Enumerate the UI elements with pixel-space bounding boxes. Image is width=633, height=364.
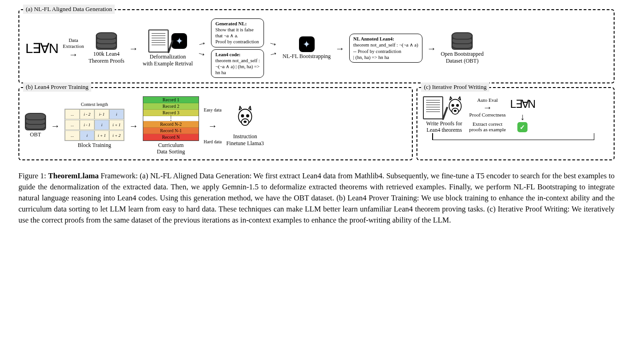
- arrow-icon: →: [196, 37, 207, 48]
- auto-eval-bottom-label: Proof Correctness: [469, 112, 506, 117]
- nl-annot-line2: -- Proof by contradiction: [353, 49, 401, 54]
- obt-label: OBT: [30, 131, 41, 138]
- svg-point-9: [452, 105, 454, 106]
- fork-arrows: → →: [197, 39, 206, 58]
- arrow-down-icon: ↓: [520, 112, 525, 121]
- svg-point-4: [242, 115, 243, 116]
- block-training: Context length ... i - 2 i- 1 i ... i - …: [64, 102, 124, 148]
- curriculum-block: Record 1 Record 2 Record 3 ⋮ Record N-2 …: [143, 96, 199, 155]
- panel-b: (b) Lean4 Prover Training OBT → Context …: [18, 87, 413, 160]
- easy-data-label: Easy data: [204, 107, 222, 112]
- generated-nl-line1: Show that it is false: [215, 27, 253, 32]
- arrow-icon: →: [268, 37, 279, 48]
- record-dots: ⋮: [143, 116, 199, 121]
- deformalization-block: ✦ Deformalization with Example Retrival: [143, 29, 193, 67]
- svg-point-5: [248, 115, 249, 116]
- grid-cell: i- 1: [94, 109, 109, 119]
- nl-annotated-lean4-box: NL Annoted Lean4: theorem not_and_self :…: [349, 34, 422, 63]
- arrow-icon: →: [129, 44, 138, 53]
- arrow-data-extraction: Data Extraction →: [63, 37, 84, 59]
- lean4-code-box: Lean4 code: theorem not_and_self : ¬(¬a …: [211, 49, 264, 78]
- db-100k-label: 100k Lean4 Theorem Proofs: [88, 51, 124, 64]
- lean-logo-block: L∃∀N: [25, 40, 58, 57]
- grid-cell: i: [80, 130, 94, 141]
- database-icon: [96, 32, 117, 50]
- nl-and-lean-boxes: Generated NL: Show that it is false that…: [211, 18, 264, 78]
- arrow-icon: →: [51, 121, 60, 130]
- panel-c-label: (c) Iterative Proof Writing: [421, 82, 489, 92]
- grid-cell: i + 1: [94, 130, 109, 141]
- arrow-icon: →: [268, 47, 279, 59]
- context-length-label: Context length: [81, 102, 108, 107]
- arrow-icon: →: [69, 50, 78, 59]
- record-item: Record 1: [143, 97, 199, 103]
- figure: (a) NL-FL Aligned Data Generation L∃∀N D…: [18, 9, 615, 226]
- panel-c: (c) Iterative Proof Writing: [416, 87, 615, 160]
- svg-point-6: [244, 121, 246, 123]
- database-icon: [25, 113, 46, 130]
- loop-arrow: [432, 135, 594, 140]
- merge-arrows: → →: [269, 39, 278, 58]
- record-item: Record N-2: [143, 121, 199, 128]
- easy-hard-labels: Easy data → Hard data: [204, 107, 222, 144]
- gemini-icon: ✦: [171, 33, 187, 49]
- bootstrap-label: NL-FL Bootstrapping: [282, 53, 331, 59]
- arrow-icon: →: [129, 121, 138, 130]
- nl-annot-title: NL Annoted Lean4:: [353, 36, 394, 41]
- grid-cell: i + 1: [109, 120, 124, 130]
- document-icon: [423, 96, 443, 119]
- panel-b-label: (b) Lean4 Prover Training: [23, 82, 91, 92]
- arrow-icon: →: [335, 44, 345, 53]
- write-proofs-block: Write Proofs for Lean4 theorems: [423, 96, 465, 134]
- arrow-icon: →: [483, 103, 492, 112]
- grid-cell: i - 1: [80, 120, 94, 130]
- caption-body: Framework: (a) NL-FL Aligned Data Genera…: [18, 171, 615, 224]
- figure-number: Figure 1:: [18, 171, 46, 180]
- grid-cell: ...: [65, 130, 80, 141]
- extract-label: Extract correct proofs as example: [469, 121, 506, 132]
- instr-finetune-label: Instruction Finetune Llama3: [226, 133, 264, 147]
- llama-block: Instruction Finetune Llama3: [226, 105, 264, 147]
- auto-eval-arrow: Auto Eval → Proof Correctness Extract co…: [469, 97, 506, 132]
- curriculum-label: Curriculum Data Sorting: [157, 142, 185, 155]
- caption-bold: TheoremLlama: [48, 171, 99, 180]
- record-item: Record N: [143, 134, 199, 141]
- svg-point-11: [454, 110, 456, 112]
- record-item: Record N-1: [143, 128, 199, 134]
- arrow-icon: →: [427, 44, 436, 53]
- arrow-label-extraction: Data Extraction: [63, 37, 84, 48]
- grid-cell: i: [94, 120, 109, 130]
- lean-logo: L∃∀N: [510, 97, 535, 111]
- panel-a: (a) NL-FL Aligned Data Generation L∃∀N D…: [18, 9, 615, 83]
- deformalization-label: Deformalization with Example Retrival: [143, 53, 193, 67]
- llama-icon: [232, 105, 258, 132]
- record-list: Record 1 Record 2 Record 3 ⋮ Record N-2 …: [143, 96, 199, 141]
- svg-point-10: [457, 105, 458, 106]
- nl-annot-line3: | (hn, ha) => hn ha: [353, 55, 389, 60]
- lean4-code-line1: theorem not_and_self :: [215, 58, 260, 63]
- grid-cell: ...: [65, 109, 80, 119]
- grid-cell: i + 2: [109, 130, 124, 141]
- obt-db-block: OBT: [25, 113, 46, 138]
- generated-nl-line2: that ¬a ∧ a.: [215, 33, 238, 38]
- lean-logo: L∃∀N: [25, 40, 58, 57]
- block-grid: ... i - 2 i- 1 i ... i - 1 i i + 1 .: [64, 109, 124, 141]
- generated-nl-line3: Proof by contradiction: [215, 39, 258, 44]
- nl-fl-bootstrap-block: ✦ NL-FL Bootstrapping: [282, 36, 331, 59]
- record-item: Record 2: [143, 103, 199, 110]
- db-obt: Open Bootstrapped Dataset (OBT): [441, 32, 484, 64]
- write-proofs-label: Write Proofs for Lean4 theorems: [426, 120, 462, 134]
- generated-nl-title: Generated NL:: [215, 21, 246, 26]
- panel-a-label: (a) NL-FL Aligned Data Generation: [23, 5, 115, 14]
- grid-cell: ...: [65, 120, 80, 130]
- db-obt-label: Open Bootstrapped Dataset (OBT): [441, 51, 484, 64]
- gemini-icon: ✦: [299, 36, 315, 52]
- arrow-icon: →: [196, 47, 207, 59]
- lean4-code-title: Lean4 code:: [215, 52, 240, 57]
- grid-cell: i: [109, 109, 124, 119]
- database-icon: [451, 32, 473, 50]
- document-icon: [148, 29, 169, 53]
- hard-data-label: Hard data: [204, 139, 222, 144]
- grid-cell: i - 2: [80, 109, 94, 119]
- lean4-code-line3: hn ha: [215, 70, 226, 75]
